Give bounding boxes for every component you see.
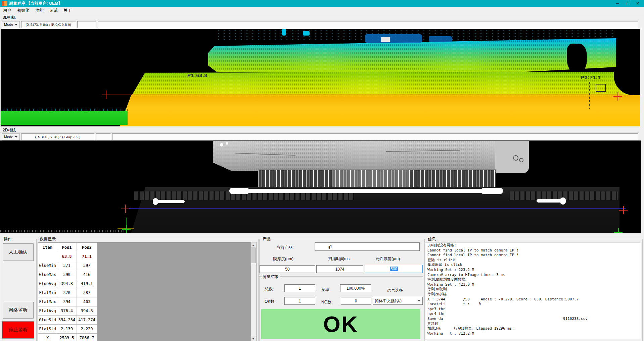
- film-thickness-label: 膜厚度(μm):: [273, 256, 294, 262]
- scroll-down-arrow[interactable]: ▼: [251, 336, 256, 341]
- crosshair-right: [613, 92, 622, 101]
- blue-blob: [429, 36, 452, 42]
- hook-left: [157, 200, 185, 203]
- yield-input[interactable]: 100.000%: [340, 284, 371, 292]
- menu-about[interactable]: 关于: [60, 7, 75, 14]
- measure-line-red: [105, 95, 624, 95]
- language-dropdown[interactable]: 简体中文(默认): [373, 297, 423, 305]
- height-band-yellow: [118, 95, 640, 126]
- minimize-button[interactable]: [612, 0, 623, 6]
- table-row[interactable]: FlatStd 2.139 2.229: [38, 325, 97, 334]
- close-button[interactable]: ×: [633, 0, 643, 6]
- cell-pos2: 394.8: [77, 306, 97, 316]
- cell-pos1: 371: [57, 261, 77, 270]
- white-blob: [481, 188, 503, 194]
- table-row[interactable]: FlatMax 394 403: [38, 297, 97, 306]
- camera-2d-view[interactable]: [0, 140, 641, 234]
- via-ring: [513, 155, 518, 161]
- table-row[interactable]: GlueAvg 394.8 419.1: [38, 279, 97, 288]
- scrollbar-thumb[interactable]: [251, 248, 256, 263]
- cell-pos1: 394: [57, 297, 77, 306]
- log-line: 等到2D拼接: [427, 292, 640, 297]
- cell-pos1: 376.4: [57, 306, 77, 316]
- menu-user[interactable]: 用户: [0, 7, 14, 14]
- white-blob: [229, 188, 249, 194]
- cell-pos1: 394.234: [57, 316, 77, 325]
- table-row[interactable]: GlueMax 390 416: [38, 270, 97, 279]
- noise-overlay: [213, 141, 527, 171]
- cell-pos2: 397: [77, 261, 97, 270]
- table-row[interactable]: DeltaH 63.8 71.1: [38, 252, 97, 261]
- camera-2d-status-box-2: [96, 133, 111, 140]
- log-line: CameraV array to HImage time : 3 ms: [427, 273, 640, 278]
- solder-dot: [226, 142, 228, 145]
- ok-count-input[interactable]: 1: [284, 297, 315, 305]
- dashed-mark: [589, 82, 590, 109]
- window-controls: ×: [612, 0, 643, 6]
- cell-pos2: 2.229: [77, 325, 97, 334]
- cell-pos2: 71.1: [77, 252, 97, 261]
- menu-function[interactable]: 功能: [32, 7, 46, 14]
- cell-pos2: 387: [77, 288, 97, 297]
- p1-annotation: P1:63.8: [187, 72, 208, 78]
- crosshair-right-red: [619, 206, 628, 214]
- cell-pos2: 403: [77, 297, 97, 306]
- total-input[interactable]: 1: [284, 284, 315, 292]
- cell-item: FlatMin: [38, 288, 57, 297]
- scan-time-input[interactable]: 1074: [316, 265, 363, 273]
- cell-pos1: 370: [57, 288, 77, 297]
- camera-2d-label: 2D相机: [0, 127, 16, 133]
- cell-pos2: 419.1: [77, 279, 97, 288]
- table-row[interactable]: X 2583.5 7866.7: [38, 334, 97, 341]
- stop-listen-button[interactable]: 停止监听: [2, 321, 34, 339]
- product-group-title: 产品: [262, 236, 272, 242]
- floor-speckle: [0, 230, 124, 232]
- ng-count-input[interactable]: 0: [341, 297, 371, 305]
- restore-button[interactable]: [623, 0, 633, 6]
- cell-item: GlueStd: [38, 316, 57, 325]
- network-listen-button[interactable]: 网络监听: [3, 302, 34, 319]
- allowed-thickness-label: 允许厚度(μm):: [375, 256, 401, 262]
- camera-3d-label: 3D相机: [0, 15, 16, 20]
- allowed-thickness-input[interactable]: 500: [365, 265, 423, 273]
- cell-item: GlueMin: [38, 261, 57, 270]
- menu-debug[interactable]: 调试: [46, 7, 60, 14]
- cell-item: X: [38, 334, 57, 341]
- p2-annotation: P2:71.1: [581, 74, 601, 80]
- chevron-down-icon: [15, 24, 17, 25]
- cell-pos2: 416: [77, 270, 97, 279]
- crosshair-left-red: [121, 205, 130, 213]
- camera-3d-view[interactable]: P1:63.8 P2:71.1: [0, 29, 640, 126]
- manual-confirm-button[interactable]: 人工确认: [3, 243, 34, 261]
- cyan-speck: [303, 31, 310, 36]
- cell-pos2: 417.274: [77, 316, 97, 325]
- film-thickness-input[interactable]: 50: [260, 265, 315, 273]
- scroll-up-arrow[interactable]: ▲: [251, 242, 256, 248]
- cyan-speck: [282, 29, 286, 36]
- log-line: 等到3D取到: [427, 287, 640, 292]
- table-row[interactable]: FlatMin 370 387: [38, 288, 97, 297]
- mode-3d-button[interactable]: Mode: [2, 21, 20, 28]
- application-window: 测量程序 【当前用户: OEM】 × 用户 初始化 功能 调试 关于 3D相机 …: [0, 0, 644, 341]
- table-scrollbar[interactable]: ▲ ▼: [250, 242, 257, 341]
- info-log[interactable]: 3D相机没有网络! Cannot find local IP to match …: [426, 242, 641, 339]
- title-bar: 测量程序 【当前用户: OEM】 ×: [0, 0, 644, 7]
- chevron-down-icon: [15, 136, 17, 138]
- log-line: Working t : 712.2 M: [427, 331, 640, 336]
- current-product-input[interactable]: g1: [315, 242, 420, 251]
- table-row[interactable]: GlueMin 371 397: [38, 261, 97, 270]
- mode-2d-button[interactable]: Mode: [2, 133, 20, 140]
- language-select-label: 语言选择: [387, 288, 403, 293]
- table-row[interactable]: FlatAvg 376.4 394.8: [38, 306, 97, 316]
- hook-left-knob: [153, 198, 158, 205]
- log-line: LocateLi t : 0: [427, 302, 640, 307]
- crosshair-right-green: [614, 228, 623, 234]
- menu-initialize[interactable]: 初始化: [14, 7, 32, 14]
- table-row[interactable]: GlueStd 394.234 417.274: [38, 316, 97, 325]
- cell-item: DeltaH: [38, 252, 57, 261]
- camera-3d-pixel-readout: (X 5473, Y 84) : (R 0,G 0,B 0): [21, 21, 76, 28]
- menu-bar: 用户 初始化 功能 调试 关于: [0, 7, 644, 14]
- col-pos1: Pos1: [57, 243, 77, 252]
- app-icon: [2, 1, 7, 6]
- crosshair-left: [102, 91, 110, 99]
